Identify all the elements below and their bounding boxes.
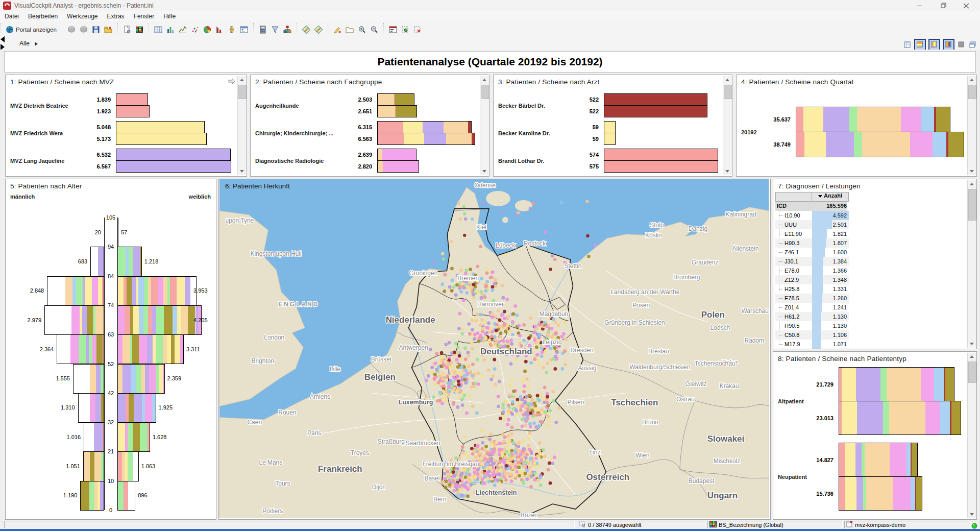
boxplot-icon[interactable] [226, 24, 238, 35]
pyramid-bar-segment[interactable] [84, 452, 90, 480]
scroll-up-icon[interactable] [480, 76, 489, 84]
menu-werkzeuge[interactable]: Werkzeuge [62, 12, 102, 21]
pyramid-bar-segment[interactable] [173, 306, 178, 334]
pyramid-bar-segment[interactable] [177, 277, 185, 305]
bar-segment[interactable] [796, 132, 804, 157]
grid-view-icon[interactable] [903, 40, 912, 49]
pyramid-bar-female[interactable] [117, 218, 118, 247]
import-cube-icon[interactable] [65, 24, 78, 35]
scatter-icon[interactable] [189, 24, 201, 35]
bar-segment[interactable] [826, 132, 854, 157]
bar-segment[interactable] [856, 477, 863, 510]
table-column-header-anzahl[interactable]: Anzahl [812, 192, 849, 202]
bar[interactable] [839, 367, 954, 401]
pyramid-bar-segment[interactable] [151, 277, 158, 305]
pyramid-bar-segment[interactable] [92, 335, 96, 364]
pyramid-bar-segment[interactable] [138, 277, 144, 305]
bar[interactable] [116, 149, 231, 161]
pyramid-bar-segment[interactable] [149, 365, 156, 393]
pyramid-bar-segment[interactable] [159, 365, 163, 393]
layout-split-horizontal-icon[interactable] [914, 39, 926, 51]
pyramid-bar-segment[interactable] [96, 335, 103, 364]
collapse-left-icon[interactable] [1, 36, 5, 42]
close-button[interactable] [954, 0, 978, 11]
bar-segment[interactable] [845, 477, 856, 510]
bar-segment[interactable] [378, 161, 383, 172]
bar-segment[interactable] [862, 132, 910, 157]
pyramid-bar-segment[interactable] [140, 247, 141, 276]
scroll-up-icon[interactable] [968, 353, 976, 361]
scrollbar-thumb[interactable] [968, 85, 976, 99]
pyramid-bar-segment[interactable] [177, 306, 181, 334]
pyramid-bar-segment[interactable] [145, 394, 152, 422]
pyramid-bar-segment[interactable] [71, 306, 80, 334]
scrollbar-thumb[interactable] [238, 85, 247, 99]
vertical-scrollbar[interactable] [237, 76, 247, 175]
icd-code[interactable]: E78.0 [775, 266, 812, 275]
zoom-in-icon[interactable] [356, 24, 368, 35]
icd-code[interactable]: Z12.9 [775, 275, 812, 284]
bar-segment[interactable] [948, 132, 964, 157]
pyramid-bar-female[interactable] [117, 276, 197, 306]
pyramid-bar-segment[interactable] [144, 277, 148, 305]
bar[interactable] [377, 121, 472, 133]
bar-segment[interactable] [423, 122, 444, 133]
bar-segment[interactable] [839, 477, 845, 510]
bar-segment[interactable] [921, 107, 934, 132]
scroll-down-icon[interactable] [480, 167, 489, 175]
pyramid-bar-female[interactable] [117, 393, 156, 423]
pyramid-bar-segment[interactable] [90, 452, 95, 480]
bar-segment[interactable] [890, 443, 906, 476]
pyramid-bar-segment[interactable] [132, 335, 138, 364]
icd-code[interactable]: H90.5 [775, 321, 812, 330]
pyramid-bar-segment[interactable] [118, 423, 125, 451]
sort-desc-icon[interactable] [818, 195, 822, 198]
pareto-icon[interactable] [213, 24, 226, 35]
bar-segment[interactable] [857, 401, 883, 435]
bar-segment[interactable] [854, 132, 862, 157]
bar[interactable] [796, 107, 950, 132]
hierarchy-icon[interactable] [281, 24, 293, 35]
bar[interactable] [604, 149, 718, 161]
bar-segment[interactable] [865, 443, 890, 476]
pyramid-bar-male[interactable] [44, 305, 104, 335]
bar[interactable] [116, 121, 205, 133]
bar-segment[interactable] [866, 477, 893, 510]
window-view-icon[interactable]: T.. [238, 24, 250, 35]
minimize-button[interactable] [908, 0, 931, 11]
pyramid-bar-segment[interactable] [101, 452, 104, 480]
pyramid-bar-segment[interactable] [118, 365, 122, 393]
bar-segment[interactable] [468, 122, 471, 133]
save-icon[interactable] [90, 24, 102, 35]
scroll-down-icon[interactable] [968, 510, 976, 518]
menu-extras[interactable]: Extras [103, 12, 129, 21]
bar-segment[interactable] [803, 107, 823, 132]
bar-segment[interactable] [378, 149, 382, 160]
pyramid-bar-segment[interactable] [185, 277, 190, 305]
portal-button-label[interactable]: Portal anzeigen [16, 27, 57, 33]
bar-segment[interactable] [823, 107, 849, 132]
pyramid-bar-segment[interactable] [118, 335, 122, 364]
bar[interactable] [377, 149, 416, 161]
vertical-scrollbar[interactable] [967, 353, 976, 518]
pyramid-bar-segment[interactable] [76, 277, 83, 305]
pyramid-bar-segment[interactable] [103, 423, 104, 451]
scrollbar-thumb[interactable] [724, 85, 732, 99]
pyramid-bar-segment[interactable] [139, 335, 147, 364]
pyramid-bar-segment[interactable] [133, 306, 139, 334]
menu-datei[interactable]: Datei [0, 12, 23, 21]
pyramid-bar-segment[interactable] [118, 277, 124, 305]
map-svg[interactable]: upon TyneKingston upon HullLondonBrighto… [219, 179, 769, 518]
select-remove-icon[interactable] [411, 24, 424, 35]
bar[interactable] [839, 443, 918, 477]
bar-segment[interactable] [403, 122, 422, 133]
pyramid-bar-segment[interactable] [118, 306, 125, 334]
pyramid-bar-female[interactable] [117, 422, 150, 452]
pyramid-bar-segment[interactable] [103, 335, 104, 364]
filter-expand-arrow-icon[interactable] [35, 42, 38, 46]
pyramid-bar-segment[interactable] [152, 306, 156, 334]
pyramid-bar-segment[interactable] [98, 247, 104, 276]
bar[interactable] [604, 121, 616, 133]
pyramid-bar-segment[interactable] [124, 481, 128, 510]
pyramid-bar-female[interactable] [117, 334, 184, 364]
